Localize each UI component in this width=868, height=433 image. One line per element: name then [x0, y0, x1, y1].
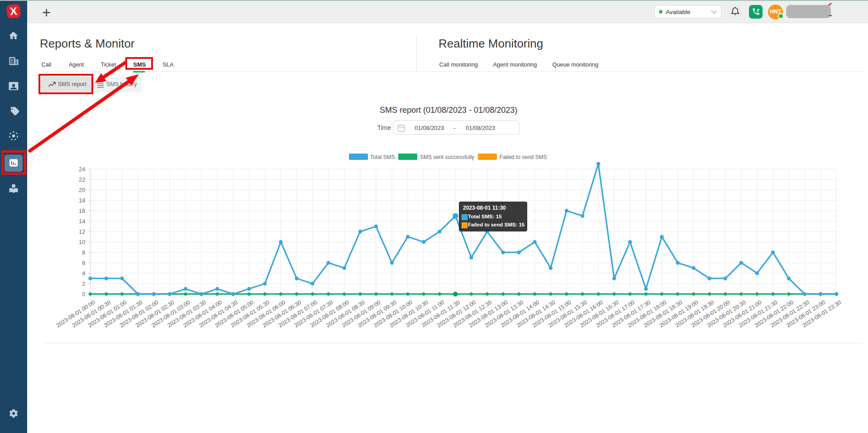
svg-text:4: 4 — [82, 270, 85, 277]
svg-text:20: 20 — [79, 187, 85, 193]
svg-text:8: 8 — [82, 249, 85, 256]
svg-text:22: 22 — [79, 176, 85, 183]
svg-text:18: 18 — [79, 197, 85, 204]
svg-text:14: 14 — [79, 218, 85, 225]
svg-text:12: 12 — [79, 228, 85, 235]
svg-text:2: 2 — [82, 280, 85, 287]
svg-text:10: 10 — [79, 239, 85, 245]
svg-text:24: 24 — [79, 166, 85, 173]
svg-text:6: 6 — [82, 260, 85, 266]
svg-text:16: 16 — [79, 207, 85, 214]
svg-text:0: 0 — [82, 291, 85, 298]
